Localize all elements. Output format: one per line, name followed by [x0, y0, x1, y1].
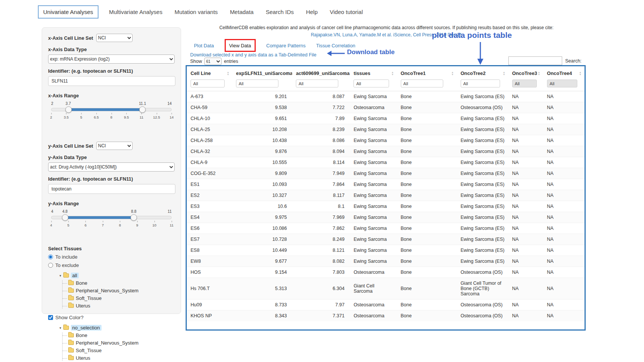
table-cell: Bone	[397, 223, 457, 234]
column-header-oncotree3[interactable]: ▲▼OncoTree3	[508, 66, 543, 79]
data-tab-tissue-correlation[interactable]: Tissue Correlation	[316, 43, 355, 48]
table-cell: 8.087	[292, 91, 350, 102]
table-cell: Ewing Sarcoma (ES)	[457, 223, 508, 234]
slider-ticks: 23.556.589.51112.514	[51, 113, 172, 121]
table-cell: Ewing Sarcoma (ES)	[457, 113, 508, 124]
slider-track[interactable]	[51, 216, 172, 219]
column-filter-input[interactable]	[236, 80, 278, 87]
slider-tick: 9.5	[124, 115, 129, 119]
tree-node-soft_tissue[interactable]: Soft_Tissue	[63, 348, 175, 353]
table-cell: NA	[543, 311, 585, 321]
tree-node-soft_tissue[interactable]: Soft_Tissue	[63, 295, 175, 301]
slider-handle-low[interactable]	[65, 106, 72, 113]
table-cell: NA	[508, 157, 543, 168]
sort-icon[interactable]: ▲▼	[579, 71, 581, 75]
table-cell: Bone	[397, 190, 457, 201]
table-cell: NA	[543, 168, 585, 179]
tree-node-peripheral_nervous_system[interactable]: Peripheral_Nervous_System	[63, 340, 175, 346]
tree-expander-icon[interactable]: ▾	[59, 274, 61, 278]
y-identifier-input[interactable]	[48, 184, 175, 194]
x-data-type-select[interactable]: exp: mRNA Expression (log2)	[48, 55, 175, 64]
show-color-checkbox-row[interactable]: Show Color?	[48, 315, 175, 320]
table-cell: Bone	[397, 311, 457, 321]
tree-root-node[interactable]: ▾no_selection	[59, 325, 175, 331]
slider-handle-low[interactable]	[62, 214, 69, 221]
column-header-act609699_unisarcoma[interactable]: ▲▼act609699_uniSarcoma	[292, 66, 350, 79]
nav-tab-video-tutorial[interactable]: Video tutorial	[328, 6, 364, 18]
search-input[interactable]	[508, 56, 562, 65]
column-header-tissues[interactable]: ▲▼tissues	[350, 66, 397, 79]
sort-icon[interactable]: ▲▼	[538, 71, 540, 75]
y-cell-line-set-select[interactable]: NCI	[96, 142, 133, 150]
sort-icon[interactable]: ▲▼	[227, 71, 229, 75]
table-cell: CHLA-32	[187, 146, 232, 157]
slider-tick: 3.5	[64, 115, 69, 119]
column-filter-input[interactable]	[547, 80, 577, 87]
citation-reference-link[interactable]: Rajapakse.VN, Luna.A, Yamade.M et al. iS…	[188, 32, 585, 37]
y-data-type-select[interactable]: act: Drug Activity (-log10[IC50M])	[48, 162, 175, 172]
y-range-slider[interactable]: 44.88.8114567891011	[51, 209, 172, 232]
tree-root-label[interactable]: all	[71, 273, 79, 278]
show-color-checkbox[interactable]	[48, 315, 53, 320]
data-tab-plot-data[interactable]: Plot Data	[194, 43, 214, 48]
exclude-radio-input[interactable]	[48, 263, 53, 268]
column-header-oncotree1[interactable]: ▲▼OncoTree1	[397, 66, 457, 79]
sort-icon[interactable]: ▲▼	[391, 71, 394, 75]
x-identifier-input[interactable]	[48, 76, 175, 86]
table-cell: NA	[508, 267, 543, 278]
table-cell: 10.555	[232, 157, 292, 168]
nav-tab-help[interactable]: Help	[305, 6, 319, 18]
tree-node-uterus[interactable]: Uterus	[63, 355, 175, 361]
tree-expander-icon[interactable]: ▾	[59, 326, 61, 330]
table-cell: HOS	[187, 267, 232, 278]
slider-tick: 5	[67, 223, 69, 227]
table-cell: NA	[508, 102, 543, 113]
nav-tab-univariate-analyses[interactable]: Univariate Analyses	[38, 5, 98, 19]
download-tsv-link[interactable]: Download selected x and y axis data as a…	[190, 52, 316, 58]
table-cell: NA	[543, 245, 585, 256]
x-cell-line-set-select[interactable]: NCI	[96, 34, 133, 42]
nav-tab-multivariate-analyses[interactable]: Multivariate Analyses	[108, 6, 164, 18]
column-filter-input[interactable]	[296, 80, 338, 87]
column-filter-input[interactable]	[353, 80, 389, 87]
tissues-include-radio[interactable]: To include	[48, 254, 175, 260]
x-range-slider[interactable]: 23.711.11423.556.589.51112.514	[51, 101, 172, 124]
slider-track[interactable]	[51, 108, 172, 111]
column-header-cell-line[interactable]: ▲▼Cell Line	[187, 66, 232, 79]
sort-icon[interactable]: ▲▼	[451, 71, 453, 75]
tree-node-bone[interactable]: Bone	[63, 280, 175, 286]
column-filter-input[interactable]	[191, 80, 225, 87]
column-filter-input[interactable]	[401, 80, 443, 87]
tree-node-bone[interactable]: Bone	[63, 332, 175, 338]
slider-handle-high[interactable]	[139, 106, 145, 113]
table-cell: 8.239	[292, 124, 350, 135]
tree-node-label: Bone	[76, 332, 87, 338]
column-header-oncotree4[interactable]: ▲▼OncoTree4	[543, 66, 585, 79]
tree-root-label[interactable]: no_selection	[71, 325, 102, 331]
column-filter-input[interactable]	[461, 80, 500, 87]
column-filter-input[interactable]	[512, 80, 537, 87]
data-tab-compare-patterns[interactable]: Compare Patterns	[266, 43, 306, 48]
slider-range-fill	[69, 108, 142, 111]
tree-node-peripheral_nervous_system[interactable]: Peripheral_Nervous_System	[63, 288, 175, 293]
table-cell: Ewing Sarcoma	[350, 146, 397, 157]
slider-handle-high[interactable]	[130, 214, 137, 221]
column-header-oncotree2[interactable]: ▲▼OncoTree2	[457, 66, 508, 79]
tree-root-node[interactable]: ▾all	[59, 273, 175, 278]
nav-tab-mutation-variants[interactable]: Mutation variants	[173, 6, 219, 18]
include-radio-input[interactable]	[48, 254, 53, 259]
tissues-exclude-radio[interactable]: To exclude	[48, 262, 175, 268]
table-cell: Ewing Sarcoma	[350, 256, 397, 267]
nav-tab-search-ids[interactable]: Search IDs	[264, 6, 295, 18]
table-cell: CHA-59	[187, 102, 232, 113]
tree-node-uterus[interactable]: Uterus	[63, 303, 175, 309]
data-tab-view-data[interactable]: View Data	[229, 43, 251, 48]
slider-tick: 14	[170, 115, 174, 119]
tree-children: BonePeripheral_Nervous_SystemSoft_Tissue…	[62, 280, 175, 309]
table-cell: Ewing Sarcoma	[350, 179, 397, 190]
entries-select[interactable]: 61	[204, 58, 222, 65]
sort-icon[interactable]: ▲▼	[503, 71, 505, 75]
column-header-expslfn11_unisarcoma[interactable]: ▲▼expSLFN11_uniSarcoma	[232, 66, 292, 79]
slider-tick: 2	[50, 115, 52, 119]
nav-tab-metadata[interactable]: Metadata	[228, 6, 255, 18]
